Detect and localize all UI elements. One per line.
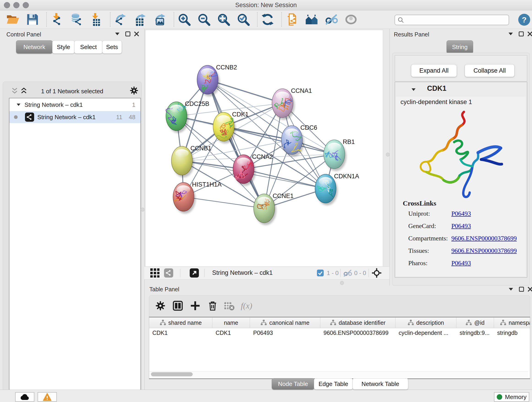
help-button[interactable]: ? (518, 14, 530, 26)
hidden-glasses-icon[interactable] (343, 269, 352, 278)
birdseye-grid-icon[interactable] (150, 268, 159, 278)
trash-icon[interactable] (207, 300, 218, 311)
table-panel-close-icon[interactable] (527, 286, 532, 293)
network-collection-row[interactable]: String Network – cdk1 1 (9, 99, 140, 111)
column-header-database-identifier[interactable]: database identifier (320, 317, 395, 328)
sitemap-icon (260, 319, 267, 326)
home-icon[interactable] (305, 13, 318, 26)
share-document-icon[interactable] (285, 13, 298, 26)
warning-button[interactable] (38, 392, 57, 402)
gear-icon[interactable] (129, 86, 139, 95)
show-eye-icon[interactable] (345, 13, 357, 26)
table-panel-menu-icon[interactable] (508, 286, 514, 293)
import-table-icon[interactable] (90, 13, 103, 26)
node-CDKN1A[interactable]: CDKN1A (315, 173, 359, 205)
crosslink-value-link[interactable]: P06493 (451, 259, 471, 267)
column-header-description[interactable]: description (395, 317, 456, 328)
tab-sets[interactable]: Sets (102, 40, 122, 54)
add-column-icon[interactable] (190, 300, 201, 311)
crosslink-value-link[interactable]: 9606.ENSP00000378699 (451, 235, 517, 242)
string-results-box: Expand All Collapse All CDK1 cyclin-depe… (392, 53, 530, 286)
bottom-splitter-handle[interactable] (340, 281, 344, 285)
results-panel-menu-icon[interactable] (507, 31, 514, 37)
zoom-in-icon[interactable] (178, 13, 191, 26)
node-CDC6[interactable]: CDC6 (281, 124, 317, 157)
node-HIST1H1A[interactable]: HIST1H1A (173, 181, 222, 214)
tab-network-table[interactable]: Network Table (352, 378, 408, 390)
tab-select[interactable]: Select (74, 40, 103, 54)
node-CCNB2[interactable]: CCNB2 (197, 64, 237, 96)
collection-caret-icon[interactable] (16, 102, 21, 108)
open-external-icon[interactable] (190, 268, 199, 278)
save-session-icon[interactable] (26, 13, 39, 26)
selected-checkbox-icon[interactable] (317, 269, 324, 277)
crosslink-label: GeneCard: (408, 222, 436, 230)
tab-string[interactable]: String (447, 40, 473, 54)
import-database-icon[interactable] (70, 13, 83, 26)
node-CCNA1[interactable]: CCNA1 (272, 87, 312, 120)
table-horizontal-scrollbar[interactable] (150, 371, 528, 377)
export-image-icon[interactable] (153, 13, 166, 26)
cloud-button[interactable] (15, 392, 34, 402)
crosslink-value-link[interactable]: P06493 (451, 210, 471, 217)
refresh-layout-icon[interactable] (261, 13, 274, 26)
search-input[interactable] (404, 17, 506, 24)
zoom-fit-icon[interactable] (217, 13, 230, 26)
table-delete-icon[interactable] (224, 300, 235, 311)
node-CCNA2[interactable]: CCNA2 (233, 153, 273, 186)
memory-button[interactable]: Memory (494, 392, 529, 402)
export-network-icon[interactable] (114, 13, 127, 26)
column-header-name[interactable]: name (212, 317, 250, 328)
import-network-icon[interactable] (51, 13, 63, 26)
edge-CCNB2-CCNE1[interactable] (208, 80, 264, 208)
crosslink-label: Uniprot: (408, 210, 430, 217)
gear-icon[interactable] (155, 300, 166, 311)
column-header-namespace[interactable]: namespace (494, 317, 530, 328)
export-table-icon[interactable] (134, 13, 147, 26)
node-label-CCNA1: CCNA1 (291, 87, 312, 94)
open-session-icon[interactable] (6, 13, 19, 26)
column-header-shared-name[interactable]: shared name (149, 317, 212, 328)
columns-icon[interactable] (172, 300, 183, 311)
control-panel-float-icon[interactable] (125, 31, 131, 37)
expand-all-button[interactable]: Expand All (411, 64, 457, 77)
tab-style[interactable]: Style (52, 40, 75, 54)
crosshair-icon[interactable] (372, 268, 382, 278)
zoom-selected-icon[interactable] (237, 13, 250, 26)
column-header--id[interactable]: @id (456, 317, 494, 328)
crosslink-value-link[interactable]: 9606.ENSP00000378699 (451, 247, 517, 254)
toolbar-separator (257, 12, 258, 27)
network-selection-status: 1 of 1 Network selected (3, 88, 141, 95)
control-panel-menu-icon[interactable] (114, 31, 120, 37)
table-panel-float-icon[interactable] (518, 286, 525, 293)
node-label-CDC6: CDC6 (300, 124, 317, 131)
right-splitter-handle[interactable] (386, 153, 390, 157)
node-table[interactable]: shared namenamecanonical namedatabase id… (149, 317, 530, 379)
collapse-all-button[interactable]: Collapse All (465, 64, 515, 77)
column-header-canonical-name[interactable]: canonical name (250, 317, 320, 328)
edge-CCNA2-CDKN1A[interactable] (244, 169, 326, 189)
network-row-selected[interactable]: String Network – cdk1 11 48 (9, 111, 140, 123)
crosslink-label: Compartments: (408, 235, 448, 242)
share-network-icon[interactable] (164, 268, 173, 278)
node-CCNB1[interactable]: CCNB1 (171, 145, 211, 177)
control-panel-close-icon[interactable] (133, 31, 140, 37)
tab-node-table[interactable]: Node Table (272, 378, 314, 390)
node-label-HIST1H1A: HIST1H1A (192, 181, 222, 188)
results-panel-close-icon[interactable] (527, 31, 532, 37)
node-CCNE1[interactable]: CCNE1 (254, 192, 294, 225)
hide-glasses-icon[interactable] (325, 13, 338, 26)
node-label-CCNE1: CCNE1 (273, 192, 294, 199)
function-builder-icon[interactable]: f(x) (241, 301, 252, 311)
zoom-out-icon[interactable] (197, 13, 210, 26)
protein-caret-icon[interactable] (411, 87, 417, 93)
scrollbar-thumb[interactable] (151, 372, 193, 376)
node-RB1[interactable]: RB1 (324, 138, 355, 171)
results-panel-float-icon[interactable] (518, 31, 525, 37)
tab-network[interactable]: Network (16, 40, 53, 54)
network-canvas[interactable]: CCNB2 CCNA1 CDC25B CDK1 CDC6 (145, 30, 383, 267)
left-splitter-handle[interactable] (141, 208, 145, 211)
crosslink-value-link[interactable]: P06493 (451, 222, 471, 230)
table-row[interactable]: CDK1CDK1P064939606.ENSP00000378699cyclin… (149, 328, 530, 337)
tab-edge-table[interactable]: Edge Table (314, 378, 353, 390)
